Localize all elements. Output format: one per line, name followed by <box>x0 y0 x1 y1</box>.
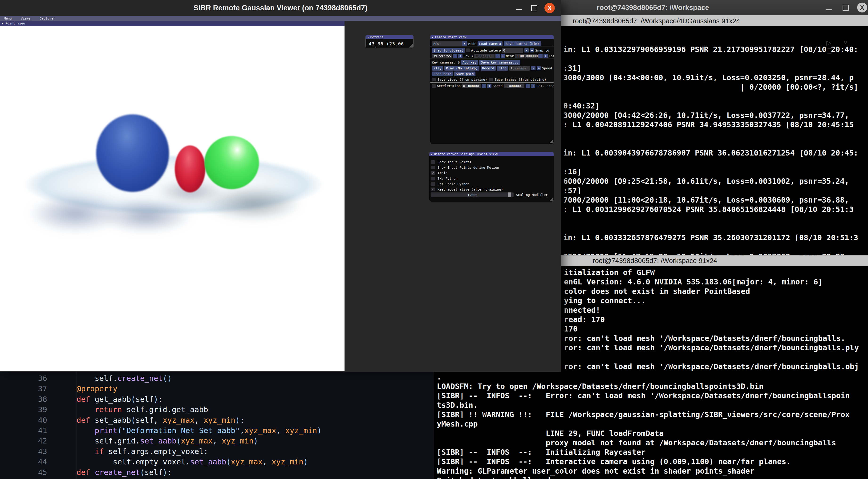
maximize-icon[interactable] <box>531 5 537 11</box>
checkbox-label: Rot-Scale Python <box>437 182 469 186</box>
settings-checkbox-row[interactable]: Rot-Scale Python <box>431 182 469 186</box>
acceleration-input[interactable]: 0.300000 <box>462 83 480 88</box>
code-line: 38 def get_aabb(self): <box>20 394 434 404</box>
save-camera-button[interactable]: Save camera (bin) <box>504 41 541 46</box>
checkbox-icon[interactable]: ✓ <box>431 187 435 191</box>
speed-label: Speed <box>542 66 552 70</box>
slider-handle[interactable] <box>508 193 511 197</box>
code-editor[interactable]: 36 self.create_net()37 @property38 def g… <box>20 372 434 479</box>
terminal-line: LOADSFM: Try to open /Workspace/Datasets… <box>437 382 849 391</box>
load-path-button[interactable]: Load path <box>432 71 453 76</box>
code-line: 42 self.grid.set_aabb(xyz_max, xyz_min) <box>20 436 434 446</box>
minus-button[interactable]: - <box>531 66 535 70</box>
acceleration-checkbox[interactable] <box>432 84 436 88</box>
line-number: 38 <box>20 394 51 404</box>
record-button[interactable]: Record <box>480 66 496 71</box>
point-view-header[interactable]: ▼Point view <box>0 21 344 26</box>
terminal-line: proxy model not found at /Workspace/Data… <box>437 438 849 447</box>
line-number: 39 <box>20 404 51 415</box>
render-viewport[interactable] <box>0 26 344 371</box>
code-line: 44 self.empty_voxel.set_aabb(xyz_max, xy… <box>20 457 434 467</box>
play-button[interactable]: Play <box>432 66 443 71</box>
minus-button[interactable]: - <box>495 54 500 58</box>
resize-grip-icon[interactable] <box>549 139 553 143</box>
minus-button[interactable]: - <box>453 54 457 58</box>
near-input[interactable]: 0.009000 <box>474 54 495 58</box>
terminal-line: yMesh.cpp <box>437 419 849 429</box>
checkbox-icon[interactable] <box>431 166 435 169</box>
save-video-checkbox[interactable] <box>432 78 436 81</box>
settings-checkbox-row[interactable]: ✓Keep model alive (after training) <box>431 187 503 192</box>
terminal-top-titlebar[interactable]: root@74398d8065d7: /Workspace X <box>561 0 868 15</box>
sibr-menubar: Menu Views Capture <box>0 16 561 21</box>
minus-button[interactable]: - <box>524 48 529 53</box>
altitude-interp-checkbox[interactable] <box>466 48 470 52</box>
minus-button[interactable]: - <box>526 84 530 88</box>
plus-button[interactable]: + <box>537 66 541 70</box>
plus-button[interactable]: + <box>530 48 534 53</box>
plus-button[interactable]: + <box>531 84 535 88</box>
minimize-icon[interactable] <box>826 9 832 10</box>
menu-item-capture[interactable]: Capture <box>39 16 54 21</box>
save-key-cameras-button[interactable]: Save key cameras... <box>479 60 520 65</box>
snap-to-closest-button[interactable]: Snap to closest <box>432 48 465 53</box>
stop-button[interactable]: Stop <box>497 66 508 71</box>
plus-button[interactable]: + <box>501 54 505 58</box>
minus-button[interactable]: - <box>482 84 486 88</box>
menu-item-menu[interactable]: Menu <box>4 16 12 21</box>
checkbox-icon[interactable]: ✓ <box>431 171 435 175</box>
checkbox-icon[interactable] <box>431 182 435 186</box>
save-path-button[interactable]: Save path <box>454 71 475 76</box>
red-sphere <box>175 145 205 193</box>
scaling-modifier-slider[interactable]: 1.000 <box>431 193 514 197</box>
far-input[interactable]: 1100.000000 <box>515 54 537 58</box>
rot-speed-input[interactable]: 1.000000 <box>504 83 524 88</box>
checkbox-icon[interactable] <box>431 177 435 180</box>
close-icon[interactable]: X <box>857 3 867 12</box>
terminal-line: 170 <box>564 324 859 334</box>
save-frames-checkbox[interactable] <box>489 78 493 81</box>
maximize-icon[interactable] <box>843 5 849 11</box>
minus-button[interactable]: - <box>538 54 542 58</box>
key-cameras-label: Key cameras: 0 <box>432 61 460 64</box>
desktop: 36 self.create_net()37 @property38 def g… <box>0 0 868 479</box>
settings-panel-header[interactable]: ▼Remote Viewer Settings (Point view) <box>429 152 554 156</box>
terminal-bottom-output-lower[interactable]: .LOADSFM: Try to open /Workspace/Dataset… <box>437 372 849 479</box>
play-no-interp-button[interactable]: Play (No Interp) <box>444 66 479 71</box>
menu-item-views[interactable]: Views <box>21 16 31 21</box>
code-line: 40 def set_aabb(self, xyz_max, xyz_min): <box>20 415 434 425</box>
shadow-green <box>204 186 303 221</box>
close-icon[interactable]: X <box>545 3 555 13</box>
terminal-top-output[interactable]: in: L1 0.031322979066959196 PSNR 21.2173… <box>563 45 858 261</box>
metrics-panel: ▼Metrics 43.36 (23.06 ms) <box>366 35 413 48</box>
terminal-line: :31] <box>563 64 858 73</box>
resize-grip-icon[interactable] <box>549 197 553 201</box>
metrics-panel-header[interactable]: ▼Metrics <box>366 35 413 39</box>
plus-button[interactable]: + <box>458 54 463 58</box>
plus-button[interactable]: + <box>487 84 492 88</box>
line-number: 42 <box>20 436 51 446</box>
speed-input[interactable]: 1.000000 <box>509 66 530 71</box>
fps-metric-value: 43.36 (23.06 ms) <box>366 39 413 48</box>
snap-to-input[interactable]: 0 <box>502 48 523 53</box>
sibr-titlebar[interactable]: SIBR Remote Gaussian Viewer (on 74398d80… <box>0 0 561 16</box>
terminal-line: 3000/20000 [04:42<26:26, 10.71it/s, Loss… <box>563 110 858 120</box>
fovy-input[interactable]: 39.597755 <box>432 54 452 58</box>
checkbox-icon[interactable] <box>431 160 435 164</box>
settings-checkbox-row[interactable]: Show Input Points <box>431 160 471 165</box>
minimize-icon[interactable] <box>516 9 522 10</box>
mode-dropdown[interactable]: FPS ▼ <box>432 41 467 46</box>
terminal-line <box>564 352 859 362</box>
settings-checkbox-row[interactable]: ✓Train <box>431 171 447 175</box>
point-view-label: Point view <box>5 22 25 25</box>
terminal-bottom-output-upper[interactable]: itialization of GLFWenGL Version: 4.6.0 … <box>564 268 859 371</box>
settings-checkbox-row[interactable]: SHs Python <box>431 176 457 181</box>
camera-panel-header[interactable]: ▼Camera Point view <box>430 35 554 39</box>
load-camera-button[interactable]: Load camera <box>477 41 503 46</box>
resize-grip-icon[interactable] <box>409 44 413 47</box>
terminal-top-tab[interactable]: root@74398d8065d7: /Workspace/4DGaussian… <box>561 15 868 26</box>
add-key-button[interactable]: Add key <box>461 60 478 65</box>
settings-checkbox-row[interactable]: Show Input Points during Motion <box>431 165 499 170</box>
terminal-line: enGL Version: 4.6.0 NVIDIA 535.183.06[ma… <box>564 277 859 286</box>
plus-button[interactable]: + <box>544 54 548 58</box>
